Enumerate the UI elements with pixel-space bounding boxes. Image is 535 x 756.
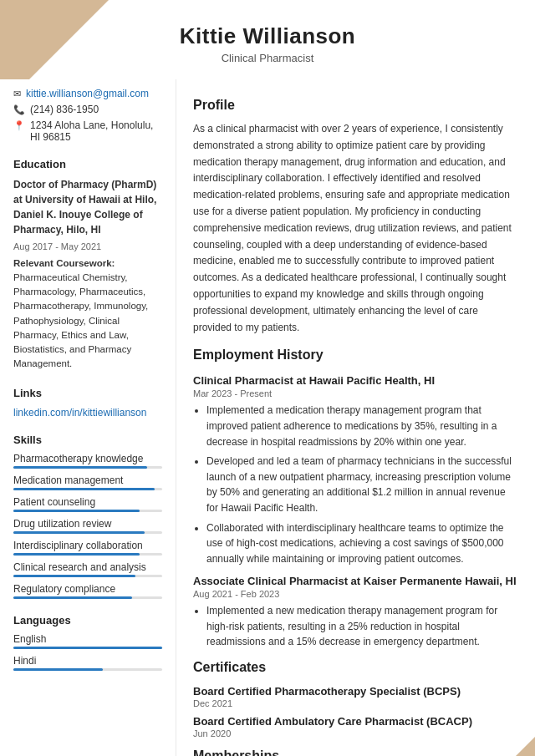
education-date: Aug 2017 - May 2021 <box>13 240 162 254</box>
job-bullet: Implemented a new medication therapy man… <box>206 603 517 650</box>
profile-text: As a clinical pharmacist with over 2 yea… <box>193 121 517 336</box>
certificate-title: Board Certified Pharmacotherapy Speciali… <box>193 685 517 698</box>
phone-icon: 📞 <box>13 104 25 115</box>
job-date: Aug 2021 - Feb 2023 <box>193 589 517 599</box>
languages-title: Languages <box>13 614 162 627</box>
skill-label: Medication management <box>13 474 162 486</box>
contact-email: ✉ kittie.willianson@gmail.com <box>13 88 162 99</box>
skills-title: Skills <box>13 434 162 446</box>
memberships-section: Memberships American College of Clinical… <box>193 748 517 756</box>
certificate-date: Dec 2021 <box>193 698 517 708</box>
language-label: Hindi <box>13 655 162 667</box>
language-bar-fill <box>13 647 162 649</box>
language-bar-fill <box>13 668 103 671</box>
skill-bar <box>13 531 162 534</box>
email-icon: ✉ <box>13 89 21 99</box>
skill-item: Drug utilization review <box>13 518 162 534</box>
language-bar <box>13 668 162 671</box>
job-title: Associate Clinical Pharmacist at Kaiser … <box>193 575 517 587</box>
resume-wrapper: Kittie Willianson Clinical Pharmacist ✉ … <box>0 0 535 756</box>
coursework-text: Pharmaceutical Chemistry, Pharmacology, … <box>13 272 148 369</box>
education-degree: Doctor of Pharmacy (PharmD) at Universit… <box>13 179 156 236</box>
job-bullet: Implemented a medication therapy managem… <box>206 403 517 449</box>
coursework-label: Relevant Coursework: <box>13 258 115 268</box>
language-item: Hindi <box>13 655 162 671</box>
skill-bar-fill <box>13 488 155 490</box>
skill-item: Regulatory compliance <box>13 583 162 599</box>
skill-item: Patient counseling <box>13 496 162 512</box>
linkedin-link[interactable]: linkedin.com/in/kittiewillianson <box>13 407 146 419</box>
skill-bar <box>13 553 162 556</box>
links-title: Links <box>13 387 162 399</box>
skill-label: Pharmacotherapy knowledge <box>13 453 162 464</box>
contact-address: 📍 1234 Aloha Lane, Honolulu, HI 96815 <box>13 119 162 143</box>
certificates-section: Certificates Board Certified Pharmacothe… <box>193 660 517 738</box>
education-coursework: Relevant Coursework: Pharmaceutical Chem… <box>13 256 162 372</box>
language-bar <box>13 647 162 649</box>
location-icon: 📍 <box>13 120 25 131</box>
skills-section: Skills Pharmacotherapy knowledge Medicat… <box>13 434 162 599</box>
skill-bar-fill <box>13 553 140 556</box>
language-item: English <box>13 633 162 649</box>
certificate-title: Board Certified Ambulatory Care Pharmaci… <box>193 715 517 728</box>
job-bullets-list: Implemented a new medication therapy man… <box>193 603 517 650</box>
certificates-list: Board Certified Pharmacotherapy Speciali… <box>193 685 517 738</box>
certificate-date: Jun 2020 <box>193 728 517 738</box>
employment-title: Employment History <box>193 348 517 366</box>
skill-label: Interdisciplinary collaboration <box>13 540 162 551</box>
employment-section: Employment History Clinical Pharmacist a… <box>193 348 517 650</box>
job-bullets-list: Implemented a medication therapy managem… <box>193 403 517 566</box>
job-entry: Associate Clinical Pharmacist at Kaiser … <box>193 575 517 650</box>
candidate-title: Clinical Pharmacist <box>17 52 518 64</box>
certificate-entry: Board Certified Ambulatory Care Pharmaci… <box>193 715 517 738</box>
candidate-name: Kittie Willianson <box>17 23 518 49</box>
skills-list: Pharmacotherapy knowledge Medication man… <box>13 453 162 599</box>
address-text: 1234 Aloha Lane, Honolulu, HI 96815 <box>30 119 162 143</box>
employment-list: Clinical Pharmacist at Hawaii Pacific He… <box>193 374 517 650</box>
certificate-entry: Board Certified Pharmacotherapy Speciali… <box>193 685 517 708</box>
skill-label: Clinical research and analysis <box>13 561 162 573</box>
skill-bar <box>13 466 162 469</box>
phone-number: (214) 836-1950 <box>30 104 99 115</box>
skill-bar <box>13 596 162 599</box>
education-section: Education Doctor of Pharmacy (PharmD) at… <box>13 158 162 372</box>
skill-label: Patient counseling <box>13 496 162 508</box>
contact-phone: 📞 (214) 836-1950 <box>13 104 162 115</box>
skill-bar-fill <box>13 575 135 577</box>
job-bullet: Collaborated with interdisciplinary heal… <box>206 520 517 567</box>
skill-bar-fill <box>13 531 145 534</box>
resume-header: Kittie Willianson Clinical Pharmacist <box>0 0 535 79</box>
skill-item: Pharmacotherapy knowledge <box>13 453 162 469</box>
languages-section: Languages English Hindi <box>13 614 162 671</box>
skill-bar <box>13 510 162 512</box>
skill-bar-fill <box>13 466 147 469</box>
links-section: Links linkedin.com/in/kittiewillianson <box>13 387 162 419</box>
job-entry: Clinical Pharmacist at Hawaii Pacific He… <box>193 374 517 566</box>
skill-item: Medication management <box>13 474 162 490</box>
skill-bar-fill <box>13 596 132 599</box>
resume-content: ✉ kittie.willianson@gmail.com 📞 (214) 83… <box>0 79 535 756</box>
certificates-title: Certificates <box>193 660 517 678</box>
skill-label: Drug utilization review <box>13 518 162 530</box>
skill-bar <box>13 488 162 490</box>
contact-section: ✉ kittie.willianson@gmail.com 📞 (214) 83… <box>13 88 162 143</box>
education-title: Education <box>13 158 162 170</box>
language-label: English <box>13 633 162 645</box>
profile-section: Profile As a clinical pharmacist with ov… <box>193 98 517 336</box>
skill-item: Interdisciplinary collaboration <box>13 540 162 556</box>
skill-bar <box>13 575 162 577</box>
sidebar: ✉ kittie.willianson@gmail.com 📞 (214) 83… <box>0 79 176 756</box>
education-entry: Doctor of Pharmacy (PharmD) at Universit… <box>13 177 162 372</box>
skill-label: Regulatory compliance <box>13 583 162 595</box>
languages-list: English Hindi <box>13 633 162 671</box>
job-date: Mar 2023 - Present <box>193 388 517 398</box>
skill-bar-fill <box>13 510 140 512</box>
email-link[interactable]: kittie.willianson@gmail.com <box>26 88 149 99</box>
linkedin-link-item: linkedin.com/in/kittiewillianson <box>13 406 162 419</box>
memberships-title: Memberships <box>193 748 517 756</box>
main-content: Profile As a clinical pharmacist with ov… <box>176 79 535 756</box>
job-title: Clinical Pharmacist at Hawaii Pacific He… <box>193 374 517 387</box>
profile-title: Profile <box>193 98 517 116</box>
job-bullet: Developed and led a team of pharmacy tec… <box>206 454 517 515</box>
skill-item: Clinical research and analysis <box>13 561 162 577</box>
